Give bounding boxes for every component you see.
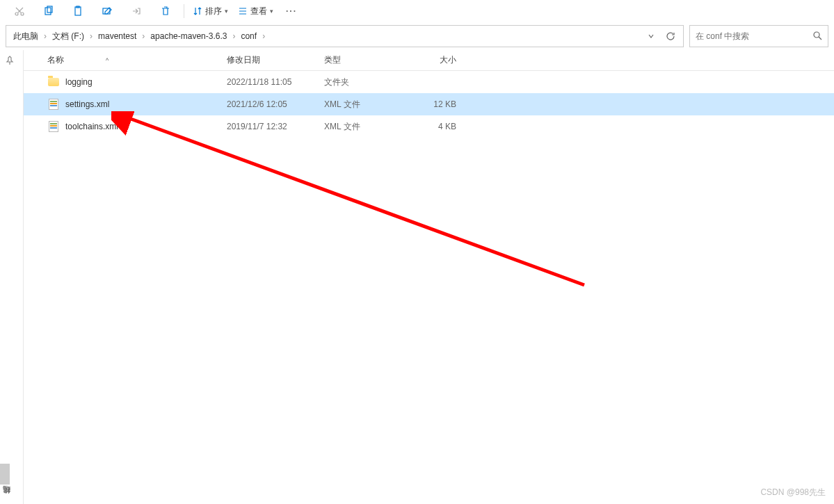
search-icon[interactable] bbox=[812, 31, 822, 42]
file-name: logging bbox=[65, 77, 227, 87]
pin-icon[interactable] bbox=[5, 56, 19, 70]
column-headers: 名称 ^ 修改日期 类型 大小 bbox=[24, 50, 834, 71]
file-name: settings.xml bbox=[65, 99, 227, 109]
file-content: 名称 ^ 修改日期 类型 大小 logging2022/11/18 11:05文… bbox=[24, 50, 834, 504]
column-size[interactable]: 大小 bbox=[408, 54, 456, 66]
xml-file-icon bbox=[47, 98, 60, 111]
svg-point-1 bbox=[21, 13, 24, 15]
column-date[interactable]: 修改日期 bbox=[227, 54, 324, 66]
bottom-label: 机终端 bbox=[0, 498, 13, 501]
chevron-right-icon: › bbox=[141, 31, 146, 41]
file-type: 文件夹 bbox=[324, 76, 408, 88]
xml-file-icon bbox=[47, 120, 60, 133]
address-bar-row: 此电脑 › 文档 (F:) › maventest › apache-maven… bbox=[0, 22, 834, 50]
separator bbox=[184, 4, 184, 18]
file-type: XML 文件 bbox=[324, 99, 408, 111]
chevron-down-icon: ▾ bbox=[270, 8, 273, 15]
scrollbar-thumb[interactable] bbox=[0, 464, 10, 485]
sort-button[interactable]: 排序 ▾ bbox=[189, 1, 232, 21]
copy-button[interactable] bbox=[35, 1, 63, 21]
delete-button[interactable] bbox=[152, 1, 179, 21]
view-label: 查看 bbox=[250, 6, 267, 17]
breadcrumb-item[interactable]: maventest bbox=[94, 26, 141, 47]
svg-rect-6 bbox=[103, 8, 110, 14]
breadcrumb-item[interactable]: apache-maven-3.6.3 bbox=[146, 26, 231, 47]
svg-point-7 bbox=[814, 32, 819, 38]
history-dropdown[interactable] bbox=[641, 26, 661, 47]
column-name[interactable]: 名称 ^ bbox=[47, 54, 227, 66]
svg-rect-2 bbox=[45, 8, 51, 15]
file-name: toolchains.xml bbox=[65, 122, 227, 131]
file-row[interactable]: logging2022/11/18 11:05文件夹 bbox=[24, 71, 834, 93]
paste-button[interactable] bbox=[64, 1, 92, 21]
file-date: 2021/12/6 12:05 bbox=[227, 99, 324, 109]
chevron-right-icon: › bbox=[261, 31, 266, 41]
svg-rect-3 bbox=[47, 6, 52, 13]
file-size: 4 KB bbox=[408, 122, 456, 131]
breadcrumb-item[interactable]: conf bbox=[236, 26, 261, 47]
chevron-right-icon: › bbox=[231, 31, 236, 41]
share-button[interactable] bbox=[122, 1, 150, 21]
file-date: 2019/11/7 12:32 bbox=[227, 122, 324, 131]
file-row[interactable]: toolchains.xml2019/11/7 12:32XML 文件4 KB bbox=[24, 115, 834, 138]
view-button[interactable]: 查看 ▾ bbox=[234, 1, 278, 21]
main-area: 名称 ^ 修改日期 类型 大小 logging2022/11/18 11:05文… bbox=[0, 50, 834, 504]
folder-icon bbox=[47, 76, 60, 88]
more-button[interactable]: ··· bbox=[279, 6, 304, 16]
search-input[interactable] bbox=[696, 31, 812, 41]
left-sidebar bbox=[0, 50, 24, 504]
watermark: CSDN @998先生 bbox=[760, 487, 826, 498]
svg-rect-4 bbox=[75, 7, 81, 15]
file-list: logging2022/11/18 11:05文件夹settings.xml20… bbox=[24, 71, 834, 504]
chevron-right-icon: › bbox=[42, 31, 48, 41]
rename-button[interactable] bbox=[93, 1, 121, 21]
sort-indicator-icon: ^ bbox=[106, 57, 109, 64]
refresh-button[interactable] bbox=[661, 26, 680, 47]
breadcrumb-item[interactable]: 此电脑 bbox=[9, 26, 42, 47]
file-row[interactable]: settings.xml2021/12/6 12:05XML 文件12 KB bbox=[24, 93, 834, 115]
svg-point-0 bbox=[15, 13, 18, 15]
column-type[interactable]: 类型 bbox=[324, 54, 408, 66]
file-size: 12 KB bbox=[408, 99, 456, 109]
chevron-right-icon: › bbox=[88, 31, 94, 41]
breadcrumb[interactable]: 此电脑 › 文档 (F:) › maventest › apache-maven… bbox=[6, 25, 684, 47]
toolbar: 排序 ▾ 查看 ▾ ··· bbox=[0, 0, 834, 22]
search-box[interactable] bbox=[689, 25, 828, 47]
sort-label: 排序 bbox=[205, 6, 222, 17]
chevron-down-icon: ▾ bbox=[225, 8, 228, 15]
breadcrumb-item[interactable]: 文档 (F:) bbox=[48, 26, 88, 47]
cut-button[interactable] bbox=[6, 1, 33, 21]
file-date: 2022/11/18 11:05 bbox=[227, 77, 324, 87]
file-type: XML 文件 bbox=[324, 121, 408, 133]
